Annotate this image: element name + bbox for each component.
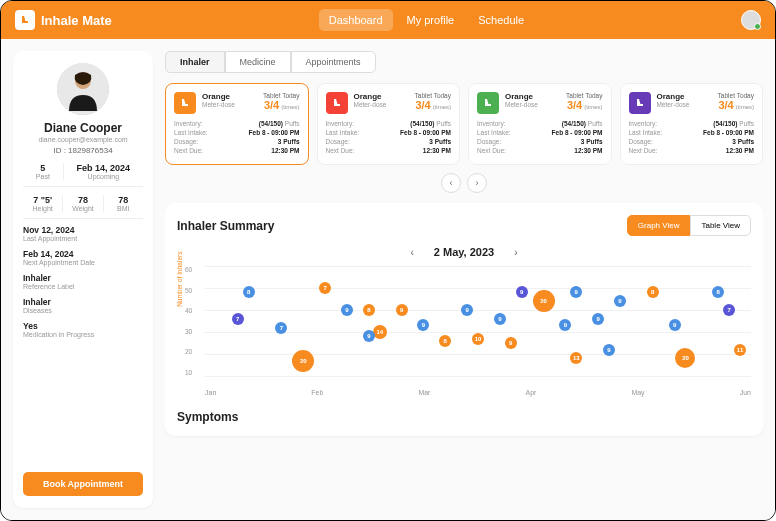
chart-date: 2 May, 2023 — [434, 246, 494, 258]
chart-bubble[interactable]: 8 — [647, 286, 659, 298]
inhaler-card[interactable]: OrangeMeter-doseTablet Today3/4 (times)I… — [165, 83, 309, 165]
content-tabs: Inhaler Medicine Appointments — [165, 51, 763, 73]
chart-bubble[interactable]: 14 — [373, 325, 387, 339]
chart-plot: 7201489810920138201187999999999998797 — [205, 266, 751, 376]
inhaler-summary-panel: Inhaler Summary Graph View Table View ‹ … — [165, 203, 763, 436]
chart-bubble[interactable]: 9 — [341, 304, 353, 316]
x-ticks: JanFebMarAprMayJun — [205, 389, 751, 396]
chart-bubble[interactable]: 9 — [417, 319, 429, 331]
chart-bubble[interactable]: 9 — [516, 286, 528, 298]
chart-bubble[interactable]: 11 — [734, 344, 746, 356]
pager-next[interactable]: › — [467, 173, 487, 193]
chart-bubble[interactable]: 20 — [533, 290, 555, 312]
chart-bubble[interactable]: 8 — [243, 286, 255, 298]
chart-bubble[interactable]: 20 — [675, 348, 695, 368]
info-item: InhalerReference Label — [23, 273, 143, 290]
chart-bubble[interactable]: 8 — [439, 335, 451, 347]
date-prev[interactable]: ‹ — [410, 247, 413, 258]
chart-bubble[interactable]: 9 — [669, 319, 681, 331]
chart-bubble[interactable]: 7 — [275, 322, 287, 334]
stat-upcoming: Feb 14, 2024Upcoming — [63, 163, 143, 180]
chart-bubble[interactable]: 7 — [319, 282, 331, 294]
user-avatar — [57, 63, 109, 115]
date-next[interactable]: › — [514, 247, 517, 258]
tab-appointments[interactable]: Appointments — [291, 51, 376, 73]
chart-bubble[interactable]: 9 — [505, 337, 517, 349]
chart-bubble[interactable]: 9 — [592, 313, 604, 325]
y-axis-label: Number of Inhalers — [176, 252, 183, 307]
chart-bubble[interactable]: 9 — [614, 295, 626, 307]
info-list: Nov 12, 2024Last AppointmentFeb 14, 2024… — [23, 225, 143, 345]
chart-bubble[interactable]: 9 — [559, 319, 571, 331]
main-nav: Dashboard My profile Schedule — [319, 9, 534, 31]
summary-title: Inhaler Summary — [177, 219, 274, 233]
user-id: ID : 1829876534 — [53, 146, 112, 155]
inhaler-icon — [174, 92, 196, 114]
pager-prev[interactable]: ‹ — [441, 173, 461, 193]
nav-dashboard[interactable]: Dashboard — [319, 9, 393, 31]
chart-bubble[interactable]: 10 — [472, 333, 484, 345]
table-view-button[interactable]: Table View — [690, 215, 751, 236]
user-name: Diane Cooper — [44, 121, 122, 135]
user-avatar-small[interactable] — [741, 10, 761, 30]
main-content: Inhaler Medicine Appointments OrangeMete… — [165, 51, 763, 508]
y-ticks: 605040302010 — [185, 266, 192, 376]
inhaler-chart: Number of Inhalers 605040302010 72014898… — [197, 266, 751, 396]
chart-date-nav: ‹ 2 May, 2023 › — [177, 246, 751, 258]
chart-bubble[interactable]: 9 — [494, 313, 506, 325]
stat-weight: 78Weight — [62, 195, 102, 212]
info-item: Feb 14, 2024Next Appointment Date — [23, 249, 143, 266]
chart-bubble[interactable]: 7 — [232, 313, 244, 325]
stat-bmi: 78BMI — [103, 195, 143, 212]
inhaler-cards: OrangeMeter-doseTablet Today3/4 (times)I… — [165, 83, 763, 165]
chart-bubble[interactable]: 9 — [363, 330, 375, 342]
inhaler-card[interactable]: OrangeMeter-doseTablet Today3/4 (times)I… — [468, 83, 612, 165]
chart-bubble[interactable]: 7 — [723, 304, 735, 316]
chart-bubble[interactable]: 9 — [396, 304, 408, 316]
chart-bubble[interactable]: 20 — [292, 350, 314, 372]
symptoms-title: Symptoms — [177, 410, 751, 424]
nav-profile[interactable]: My profile — [397, 9, 465, 31]
book-appointment-button[interactable]: Book Appointment — [23, 472, 143, 496]
user-email: diane.cooper@example.com — [38, 136, 127, 143]
chart-bubble[interactable]: 8 — [363, 304, 375, 316]
info-item: Nov 12, 2024Last Appointment — [23, 225, 143, 242]
app-header: Inhale Mate Dashboard My profile Schedul… — [1, 1, 775, 39]
stat-height: 7 "5'Height — [23, 195, 62, 212]
tab-inhaler[interactable]: Inhaler — [165, 51, 225, 73]
stat-past: 5Past — [23, 163, 63, 180]
chart-bubble[interactable]: 13 — [570, 352, 582, 364]
chart-bubble[interactable]: 9 — [461, 304, 473, 316]
chart-bubble[interactable]: 9 — [603, 344, 615, 356]
logo: Inhale Mate — [15, 10, 112, 30]
info-item: YesMedication in Progress — [23, 321, 143, 338]
inhaler-icon — [477, 92, 499, 114]
cards-pager: ‹ › — [165, 173, 763, 193]
graph-view-button[interactable]: Graph View — [627, 215, 691, 236]
profile-sidebar: Diane Cooper diane.cooper@example.com ID… — [13, 51, 153, 508]
chart-bubble[interactable]: 8 — [712, 286, 724, 298]
inhaler-card[interactable]: OrangeMeter-doseTablet Today3/4 (times)I… — [317, 83, 461, 165]
inhaler-card[interactable]: OrangeMeter-doseTablet Today3/4 (times)I… — [620, 83, 764, 165]
nav-schedule[interactable]: Schedule — [468, 9, 534, 31]
app-name: Inhale Mate — [41, 13, 112, 28]
tab-medicine[interactable]: Medicine — [225, 51, 291, 73]
chart-bubble[interactable]: 9 — [570, 286, 582, 298]
inhaler-icon — [326, 92, 348, 114]
inhaler-icon — [629, 92, 651, 114]
info-item: InhalerDiseases — [23, 297, 143, 314]
view-toggle: Graph View Table View — [627, 215, 751, 236]
inhaler-icon — [15, 10, 35, 30]
